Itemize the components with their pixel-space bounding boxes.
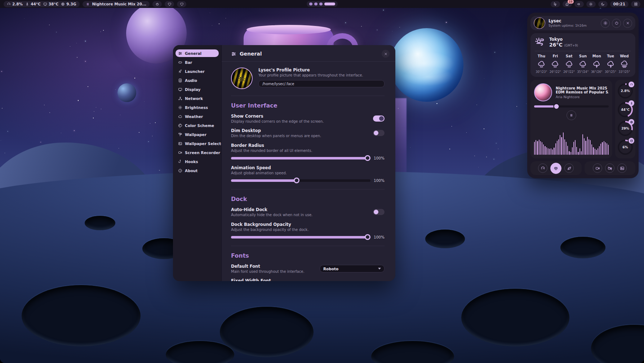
dim-desktop-toggle[interactable] (373, 130, 385, 136)
default-font-dropdown[interactable]: Roboto (320, 265, 385, 272)
sidebar-item-audio[interactable]: Audio (176, 76, 219, 84)
settings-button[interactable] (601, 19, 610, 28)
screen-record-off-button[interactable] (605, 163, 614, 173)
media-progress-slider[interactable] (534, 105, 609, 108)
notifications-button[interactable]: 23 (563, 1, 572, 7)
dock-opacity-value: 100% (374, 235, 385, 239)
sidebar-item-general[interactable]: General (176, 49, 219, 57)
setting-row-animation-speed: Animation Speed Adjust global animation … (231, 165, 385, 183)
star (134, 78, 135, 78)
album-art (534, 83, 552, 101)
settings-scroll-area[interactable]: ☠ Lysec's Profile Picture Your profile p… (222, 62, 395, 281)
sidebar-item-display[interactable]: Display (176, 86, 219, 93)
setting-row-fixed-width-font: Fixed Width Font Monospace font used for… (231, 278, 385, 281)
slider-knob[interactable] (294, 178, 299, 183)
night-light-button[interactable] (598, 1, 608, 7)
performance-profile-button[interactable] (538, 163, 547, 173)
media-pill-label: Nightcore Music Mix 20... (92, 2, 147, 6)
earth-planet (390, 28, 463, 102)
cloud-rain-icon (579, 60, 587, 68)
videocam-icon (595, 166, 600, 171)
section-title-dock: Dock (231, 196, 385, 202)
workspace-dot[interactable] (324, 3, 335, 5)
profile-path-input[interactable] (258, 80, 385, 87)
sidebar-item-weather[interactable]: Weather (176, 113, 219, 120)
close-panel-button[interactable] (623, 19, 632, 28)
clock-pill[interactable]: 00:21 (610, 1, 629, 7)
memory-gauge: 29% (618, 121, 633, 136)
pause-button[interactable] (567, 110, 576, 120)
power-button[interactable] (612, 19, 621, 28)
brightness-button[interactable] (586, 1, 596, 7)
media-artist: Aria Nightcore (556, 95, 609, 99)
screen-record-button[interactable] (593, 163, 602, 173)
media-pill[interactable]: Nightcore Music Mix 20... (83, 1, 150, 7)
viz-bar (563, 132, 564, 155)
star (494, 52, 495, 53)
system-gauges-card: 2.8% 44°C 29% 6% (615, 80, 635, 158)
sidebar-item-wallpaper[interactable]: Wallpaper (176, 131, 219, 138)
power-saver-profile-button[interactable] (564, 163, 574, 173)
sidebar-item-bar[interactable]: Bar (176, 58, 219, 66)
star (436, 103, 437, 104)
sidebar-item-brightness[interactable]: Brightness (176, 104, 219, 111)
avatar: ☠ (534, 17, 545, 29)
animation-speed-slider[interactable] (231, 179, 370, 182)
star (516, 106, 517, 107)
viz-bar (546, 147, 547, 155)
viz-bar (573, 142, 574, 155)
star (484, 128, 484, 129)
system-stats-pill[interactable]: 2.8% 44°C 38°C 9.3G (4, 1, 80, 7)
videocam-icon (178, 150, 182, 155)
favorite-button-2[interactable] (177, 1, 186, 7)
settings-content: General ☠ Lysec's Profile Picture Your p… (221, 45, 395, 281)
divider (535, 51, 631, 51)
dock-opacity-slider[interactable] (231, 236, 370, 239)
bot-icon (155, 2, 159, 6)
gear-icon (603, 21, 608, 25)
sidebar-item-hooks[interactable]: Hooks (176, 158, 219, 165)
tray-pill[interactable] (551, 1, 560, 7)
workspace-dot[interactable] (309, 3, 312, 5)
star (56, 32, 57, 32)
show-corners-toggle[interactable] (373, 115, 385, 122)
star (88, 86, 88, 87)
workspace-indicator[interactable] (307, 1, 338, 7)
volume-button[interactable] (574, 1, 584, 7)
favorite-button[interactable] (165, 1, 174, 7)
progress-knob[interactable] (554, 104, 560, 110)
setting-row-default-font: Default Font Main font used throughout t… (231, 264, 385, 274)
forecast-day: Mon36°/26° (590, 54, 603, 74)
workspace-dot[interactable] (314, 3, 317, 5)
workspace-dot[interactable] (319, 3, 323, 5)
overview-button[interactable] (631, 1, 640, 7)
viz-bar (575, 140, 576, 155)
viz-bar (549, 149, 550, 155)
viz-bar (581, 151, 582, 155)
viz-bar (604, 141, 604, 155)
sidebar-item-color-scheme[interactable]: Color Scheme (176, 122, 219, 129)
close-button[interactable] (382, 50, 390, 58)
display-icon (43, 2, 47, 6)
viz-bar (543, 144, 544, 155)
sidebar-item-launcher[interactable]: Launcher (176, 67, 219, 75)
rocket-icon (178, 69, 182, 74)
disk-gauge: 6% (618, 140, 633, 155)
slider-knob[interactable] (365, 234, 370, 240)
sidebar-item-wallpaper-selector[interactable]: Wallpaper Selector (176, 140, 219, 147)
star (44, 105, 45, 105)
sidebar-item-screen-recorder[interactable]: Screen Recorder (176, 149, 219, 156)
sidebar-item-network[interactable]: Network (176, 95, 219, 102)
sidebar-item-about[interactable]: About (176, 167, 219, 174)
crater (220, 307, 314, 357)
border-radius-value: 100% (374, 156, 385, 160)
auto-hide-dock-toggle[interactable] (373, 209, 385, 215)
assistant-button[interactable] (152, 1, 162, 7)
music-visualizer (534, 130, 609, 155)
slider-knob[interactable] (365, 155, 370, 161)
balanced-profile-button[interactable] (550, 163, 561, 174)
small-planet (117, 83, 136, 102)
border-radius-slider[interactable] (231, 157, 370, 159)
wallpaper-selector-button[interactable] (617, 163, 627, 173)
star (120, 115, 120, 115)
